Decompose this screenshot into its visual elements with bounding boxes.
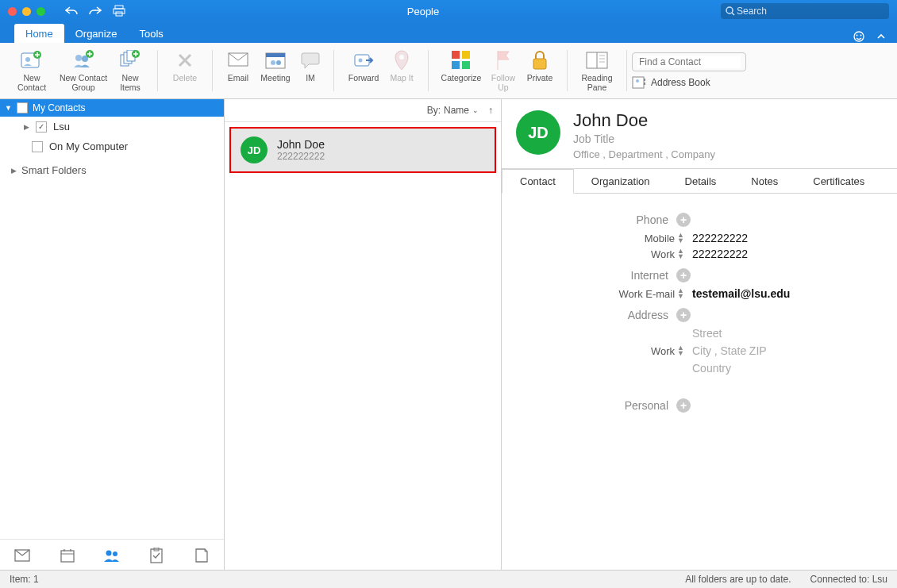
follow-up-button: Follow Up xyxy=(486,48,521,93)
checkbox[interactable] xyxy=(17,102,28,113)
ribbon-separator xyxy=(333,50,334,91)
search-box[interactable] xyxy=(721,3,889,19)
field-label-work-phone[interactable]: Work▲▼ xyxy=(502,248,692,260)
window-title: People xyxy=(125,6,721,17)
field-label-mobile[interactable]: Mobile▲▼ xyxy=(502,233,692,244)
new-items-button[interactable]: New Items xyxy=(113,48,148,93)
section-phone: Phone + xyxy=(502,213,883,227)
detail-department[interactable]: Department xyxy=(609,148,663,160)
detail-body: Phone + Mobile▲▼ 222222222 Work▲▼ 222222… xyxy=(502,194,897,429)
forward-button[interactable]: Forward xyxy=(344,48,383,93)
ribbon-separator xyxy=(157,50,158,91)
ribbon-label: Delete xyxy=(173,74,197,83)
zoom-window-button[interactable] xyxy=(37,7,45,16)
meeting-button[interactable]: Meeting xyxy=(256,48,295,93)
tab-tools[interactable]: Tools xyxy=(128,24,174,43)
window-traffic-lights xyxy=(8,7,45,16)
svg-rect-28 xyxy=(452,61,460,69)
mail-module-button[interactable] xyxy=(13,547,31,564)
updown-icon: ▲▼ xyxy=(677,288,684,299)
field-label-work-address[interactable]: Work▲▼ xyxy=(502,345,692,357)
forward-icon xyxy=(352,48,375,72)
feedback-icon[interactable] xyxy=(853,30,865,43)
field-value-mobile[interactable]: 222222222 xyxy=(692,232,748,244)
field-value-work-phone[interactable]: 222222222 xyxy=(692,248,748,260)
detail-tab-contact[interactable]: Contact xyxy=(502,169,574,194)
collapse-ribbon-icon[interactable] xyxy=(876,32,886,41)
field-label-email[interactable]: Work E-mail▲▼ xyxy=(502,288,692,300)
detail-tab-certificates[interactable]: Certificates xyxy=(795,169,882,193)
address-book-button[interactable]: Address Book xyxy=(632,76,710,89)
detail-tab-organization[interactable]: Organization xyxy=(574,169,668,193)
svg-point-7 xyxy=(860,35,862,37)
find-contact-box[interactable] xyxy=(632,52,746,71)
ribbon-label: New Contact Group xyxy=(60,74,107,92)
email-button[interactable]: Email xyxy=(222,48,254,93)
search-input[interactable] xyxy=(735,5,884,17)
add-internet-button[interactable]: + xyxy=(676,268,691,282)
sidebar-label: On My Computer xyxy=(49,140,128,152)
detail-name[interactable]: John Doe xyxy=(573,110,715,131)
new-contact-group-button[interactable]: New Contact Group xyxy=(56,48,111,93)
ribbon-label: New Items xyxy=(120,74,141,92)
ribbon-label: Categorize xyxy=(441,74,482,83)
sidebar-item-my-contacts[interactable]: ▼ My Contacts xyxy=(0,99,224,117)
checkbox[interactable]: ✓ xyxy=(36,121,47,133)
notes-module-button[interactable] xyxy=(193,547,210,564)
checkbox[interactable] xyxy=(32,141,43,152)
detail-office[interactable]: Office xyxy=(573,148,600,160)
print-icon[interactable] xyxy=(113,5,125,17)
categorize-button[interactable]: Categorize xyxy=(438,48,484,93)
redo-icon[interactable] xyxy=(89,6,102,17)
categorize-icon xyxy=(449,48,473,72)
find-contact-input[interactable] xyxy=(637,56,741,68)
contact-detail-pane: JD John Doe Job Title Office , Departmen… xyxy=(502,99,897,571)
detail-company[interactable]: Company xyxy=(671,148,715,160)
sidebar-item-smart-folders[interactable]: ▶ Smart Folders xyxy=(0,156,224,180)
sidebar-item-on-my-computer[interactable]: On My Computer xyxy=(0,136,224,156)
tab-home[interactable]: Home xyxy=(14,24,64,43)
contact-list-item[interactable]: JD John Doe 222222222 xyxy=(229,127,496,173)
ribbon-label: Private xyxy=(527,74,553,83)
tab-organize[interactable]: Organize xyxy=(64,24,129,43)
ribbon-separator xyxy=(567,50,568,91)
detail-job-title[interactable]: Job Title xyxy=(573,133,715,145)
sidebar-item-lsu[interactable]: ▶ ✓ Lsu xyxy=(0,117,224,136)
ribbon: New Contact New Contact Group New Items xyxy=(0,43,897,99)
calendar-module-button[interactable] xyxy=(59,547,76,564)
ribbon-label: Reading Pane xyxy=(581,74,612,92)
titlebar: People xyxy=(0,0,897,22)
people-module-button[interactable] xyxy=(103,547,121,564)
svg-point-3 xyxy=(726,7,733,13)
sidebar-label: Lsu xyxy=(53,121,70,133)
new-contact-icon xyxy=(20,48,44,72)
new-contact-button[interactable]: New Contact xyxy=(10,48,54,93)
undo-icon[interactable] xyxy=(65,6,78,17)
detail-tab-notes[interactable]: Notes xyxy=(733,169,795,193)
reading-pane-button[interactable]: Reading Pane xyxy=(577,48,617,93)
tasks-module-button[interactable] xyxy=(148,547,165,564)
address-state[interactable]: State xyxy=(721,344,747,357)
sidebar-label: My Contacts xyxy=(33,102,86,113)
address-city[interactable]: City xyxy=(692,344,711,357)
main-area: ▼ My Contacts ▶ ✓ Lsu On My Computer ▶ S… xyxy=(0,99,897,571)
add-personal-button[interactable]: + xyxy=(676,398,691,413)
minimize-window-button[interactable] xyxy=(22,7,31,16)
address-zip[interactable]: ZIP xyxy=(749,344,767,357)
detail-tab-details[interactable]: Details xyxy=(668,169,734,193)
address-street[interactable]: Street xyxy=(692,327,767,340)
add-address-button[interactable]: + xyxy=(676,308,691,322)
detail-avatar: JD xyxy=(516,110,560,155)
field-value-email[interactable]: testemail@lsu.edu xyxy=(692,287,790,300)
address-country[interactable]: Country xyxy=(692,362,767,375)
close-window-button[interactable] xyxy=(8,7,17,16)
section-heading: Internet xyxy=(631,269,668,282)
sort-direction-icon[interactable]: ↑ xyxy=(488,105,493,116)
updown-icon: ▲▼ xyxy=(677,248,684,259)
svg-point-45 xyxy=(106,551,111,556)
add-phone-button[interactable]: + xyxy=(676,213,691,227)
contact-avatar: JD xyxy=(241,136,268,163)
private-button[interactable]: Private xyxy=(522,48,557,93)
list-sort-header[interactable]: By: Name ⌄ ↑ xyxy=(225,99,501,122)
im-button[interactable]: IM xyxy=(297,48,324,93)
